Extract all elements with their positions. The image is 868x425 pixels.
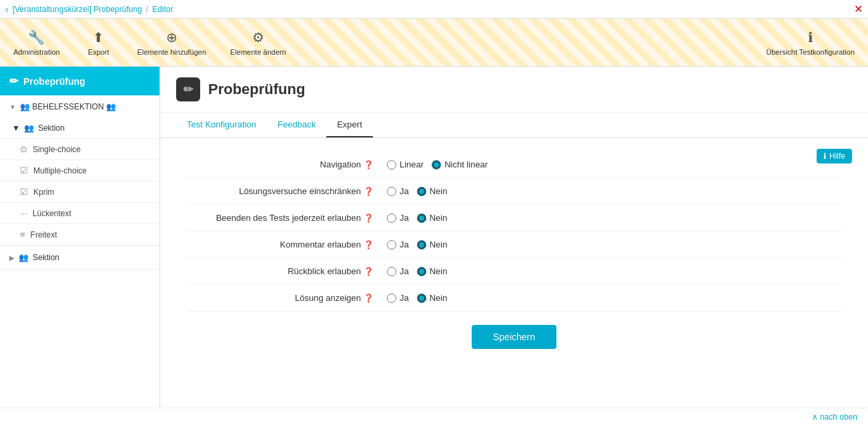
- single-choice-icon: ⊙: [20, 144, 27, 154]
- ruckblick-nein-radio[interactable]: [417, 267, 426, 276]
- losung-label: Lösung anzeigen ❓: [187, 293, 374, 303]
- form-row-beenden: Beenden des Tests jederzeit erlauben ❓ J…: [187, 205, 841, 232]
- toolbar: 🔧 Administration ⬆ Export ⊕ Elemente hin…: [0, 19, 868, 67]
- ruckblick-ja[interactable]: Ja: [387, 266, 409, 276]
- breadcrumb-link[interactable]: [Veranstaltungskürzel] Probeprüfung: [13, 5, 142, 14]
- footer[interactable]: ∧ nach oben: [0, 408, 868, 425]
- back-to-top-link[interactable]: ∧ nach oben: [812, 412, 857, 422]
- sidebar-header[interactable]: ✏ Probeprüfung: [0, 67, 159, 95]
- kommentar-nein-radio[interactable]: [417, 240, 426, 250]
- page-title: Probeprüfung: [208, 81, 305, 98]
- navigation-label: Navigation ❓: [187, 159, 374, 169]
- beenden-label: Beenden des Tests jederzeit erlauben ❓: [187, 213, 374, 223]
- overview-label: Übersicht Testkonfiguration: [767, 48, 855, 56]
- save-btn-row: Speichern: [187, 312, 841, 362]
- ruckblick-ja-radio[interactable]: [387, 267, 396, 276]
- ruckblick-ja-label: Ja: [400, 266, 409, 276]
- kommentar-help-icon[interactable]: ❓: [364, 240, 374, 250]
- losungsversuche-nein[interactable]: Nein: [417, 186, 448, 196]
- losung-nein[interactable]: Nein: [417, 293, 448, 303]
- form-area: ℹ Hilfe Navigation ❓ Linear Nicht linear: [160, 138, 868, 376]
- export-button[interactable]: ⬆ Export: [79, 23, 119, 62]
- losungsversuche-nein-label: Nein: [430, 186, 448, 196]
- editor-link[interactable]: Editor: [152, 5, 173, 14]
- tab-expert[interactable]: Expert: [326, 113, 373, 137]
- page-header: ✏ Probeprüfung: [160, 67, 868, 113]
- kprim-icon: ☑: [20, 187, 28, 197]
- losung-ja[interactable]: Ja: [387, 293, 409, 303]
- add-elements-label: Elemente hinzufügen: [137, 48, 206, 56]
- beenden-help-icon[interactable]: ❓: [364, 214, 374, 223]
- export-icon: ⬆: [93, 29, 104, 45]
- sidebar-section-2: ▶ 👥 Sektion: [0, 246, 159, 270]
- losungsversuche-help-icon[interactable]: ❓: [364, 187, 374, 196]
- ruckblick-help-icon[interactable]: ❓: [364, 267, 374, 276]
- export-label: Export: [88, 48, 109, 56]
- save-button[interactable]: Speichern: [472, 325, 556, 349]
- sidebar-item-kprim[interactable]: ☑ Kprim: [0, 181, 159, 203]
- kommentar-ja-label: Ja: [400, 240, 409, 250]
- sidebar-item-single-choice[interactable]: ⊙ Single-choice: [0, 139, 159, 160]
- section2-arrow: ▶: [9, 254, 15, 262]
- sidebar-item-luckentext[interactable]: ··· Lückentext: [0, 203, 159, 224]
- beenden-controls: Ja Nein: [387, 213, 447, 223]
- sidebar-section-2-header[interactable]: ▶ 👥 Sektion: [0, 246, 159, 269]
- ruckblick-controls: Ja Nein: [387, 266, 447, 276]
- help-button[interactable]: ℹ Hilfe: [817, 149, 852, 163]
- kommentar-controls: Ja Nein: [387, 240, 447, 250]
- section2-label: Sektion: [33, 253, 59, 262]
- subsection-label: Sektion: [38, 123, 65, 133]
- navigation-nicht-linear[interactable]: Nicht linear: [432, 159, 488, 169]
- navigation-help-icon[interactable]: ❓: [364, 160, 374, 169]
- losung-ja-label: Ja: [400, 293, 409, 303]
- change-elements-button[interactable]: ⚙ Elemente ändern: [225, 23, 292, 62]
- sidebar: ✏ Probeprüfung ▼ 👥 BEHELFSSEKTION 👥 ▼ 👥 …: [0, 67, 160, 408]
- gear-icon: ⚙: [252, 29, 264, 45]
- back-button[interactable]: ‹: [5, 4, 9, 15]
- beenden-nein-radio[interactable]: [417, 214, 426, 223]
- sidebar-item-freitext[interactable]: ≡ Freitext: [0, 224, 159, 246]
- navigation-nicht-linear-radio[interactable]: [432, 160, 441, 169]
- kommentar-nein[interactable]: Nein: [417, 240, 448, 250]
- freitext-label: Freitext: [31, 230, 57, 240]
- administration-button[interactable]: 🔧 Administration: [8, 23, 65, 62]
- kommentar-ja[interactable]: Ja: [387, 240, 409, 250]
- plus-icon: ⊕: [166, 29, 177, 45]
- sidebar-subsection-header[interactable]: ▼ 👥 Sektion: [0, 118, 159, 139]
- losung-controls: Ja Nein: [387, 293, 447, 303]
- sidebar-title: Probeprüfung: [23, 76, 85, 87]
- tab-test-konfiguration[interactable]: Test Konfiguration: [176, 113, 267, 137]
- sidebar-section-1-header[interactable]: ▼ 👥 BEHELFSSEKTION 👥: [0, 95, 159, 118]
- add-elements-button[interactable]: ⊕ Elemente hinzufügen: [132, 23, 211, 62]
- beenden-ja[interactable]: Ja: [387, 213, 409, 223]
- sidebar-item-multiple-choice[interactable]: ☑ Multiple-choice: [0, 160, 159, 181]
- navigation-linear[interactable]: Linear: [387, 159, 424, 169]
- pencil-icon: ✏: [9, 75, 18, 87]
- kommentar-ja-radio[interactable]: [387, 240, 396, 250]
- losung-nein-radio[interactable]: [417, 294, 426, 303]
- subsection-icon: 👥: [24, 123, 34, 133]
- losungsversuche-ja-radio[interactable]: [387, 187, 396, 196]
- losungsversuche-ja-label: Ja: [400, 186, 409, 196]
- beenden-nein[interactable]: Nein: [417, 213, 448, 223]
- administration-label: Administration: [13, 48, 60, 56]
- multiple-choice-icon: ☑: [20, 165, 28, 175]
- content-area: ✏ Probeprüfung Test Konfiguration Feedba…: [160, 67, 868, 408]
- losungsversuche-ja[interactable]: Ja: [387, 186, 409, 196]
- navigation-nicht-linear-label: Nicht linear: [444, 159, 488, 169]
- ruckblick-nein[interactable]: Nein: [417, 266, 448, 276]
- losung-help-icon[interactable]: ❓: [364, 294, 374, 303]
- sidebar-section-1: ▼ 👥 BEHELFSSEKTION 👥 ▼ 👥 Sektion ⊙ Singl…: [0, 95, 159, 246]
- navigation-linear-radio[interactable]: [387, 160, 396, 169]
- beenden-ja-radio[interactable]: [387, 214, 396, 223]
- form-row-navigation: Navigation ❓ Linear Nicht linear: [187, 151, 841, 178]
- losung-ja-radio[interactable]: [387, 294, 396, 303]
- tab-feedback[interactable]: Feedback: [267, 113, 326, 137]
- single-choice-label: Single-choice: [33, 145, 81, 154]
- overview-button[interactable]: ℹ Übersicht Testkonfiguration: [761, 23, 860, 62]
- close-button[interactable]: ✕: [854, 3, 863, 15]
- losungsversuche-nein-radio[interactable]: [417, 187, 426, 196]
- main-layout: ✏ Probeprüfung ▼ 👥 BEHELFSSEKTION 👥 ▼ 👥 …: [0, 67, 868, 408]
- form-row-kommentar: Kommentar erlauben ❓ Ja Nein: [187, 232, 841, 258]
- freitext-icon: ≡: [20, 230, 25, 240]
